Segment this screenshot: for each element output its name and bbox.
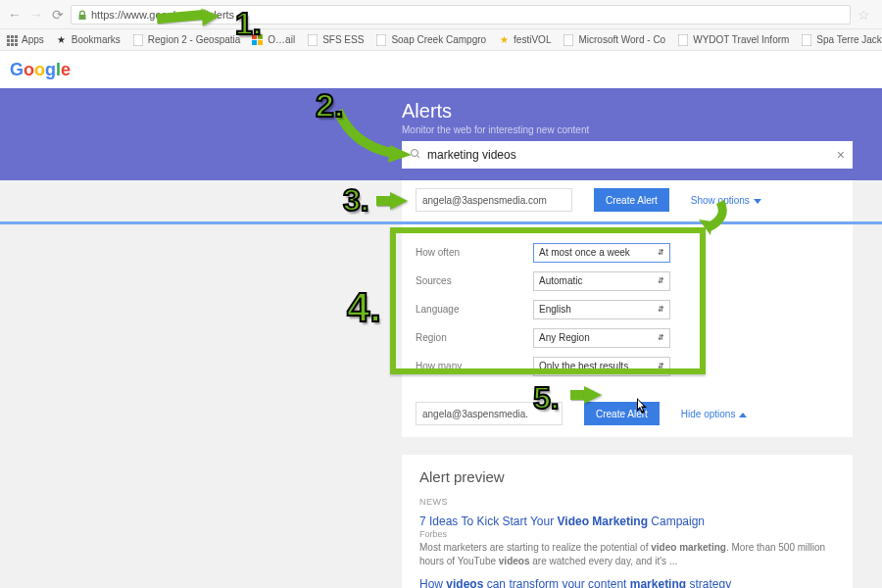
page-title: Alerts bbox=[402, 100, 853, 122]
bookmark-label: O…ail bbox=[268, 34, 295, 45]
bookmark-label: SFS ESS bbox=[322, 34, 364, 45]
chevron-up-icon bbox=[739, 413, 747, 417]
bookmark-item[interactable]: ★Bookmarks bbox=[50, 34, 126, 46]
bookmark-label: Soap Creek Campgro bbox=[391, 34, 486, 45]
bookmark-item[interactable]: Region 2 - Geospatia bbox=[126, 34, 247, 46]
email-field[interactable] bbox=[416, 188, 572, 212]
option-row: How manyOnly the best results⇵ bbox=[416, 352, 839, 380]
annotation-4: 4. bbox=[347, 284, 381, 331]
option-select[interactable]: Automatic⇵ bbox=[533, 271, 670, 291]
hero-banner: Alerts Monitor the web for interesting n… bbox=[0, 88, 882, 180]
preview-item-title[interactable]: 7 Ideas To Kick Start Your Video Marketi… bbox=[419, 514, 835, 528]
preview-item: How videos can transform your content ma… bbox=[419, 577, 835, 588]
header: Google bbox=[0, 51, 882, 88]
back-button[interactable]: ← bbox=[6, 6, 24, 24]
option-select[interactable]: English⇵ bbox=[533, 300, 670, 319]
bookmark-label: Region 2 - Geospatia bbox=[148, 34, 241, 45]
chevron-updown-icon: ⇵ bbox=[658, 362, 664, 370]
forward-button[interactable]: → bbox=[27, 6, 45, 24]
preview-item-body: Most marketers are starting to realize t… bbox=[419, 541, 835, 567]
bookmark-label: Bookmarks bbox=[72, 34, 121, 45]
bookmark-icon bbox=[563, 34, 574, 46]
option-value: At most once a week bbox=[539, 247, 630, 258]
bookmark-icon: ★ bbox=[56, 34, 68, 46]
option-select[interactable]: Only the best results⇵ bbox=[533, 357, 670, 376]
svg-rect-5 bbox=[15, 39, 18, 42]
svg-rect-12 bbox=[252, 40, 257, 45]
svg-rect-14 bbox=[308, 34, 318, 46]
clear-icon[interactable]: × bbox=[837, 147, 845, 163]
google-logo[interactable]: Google bbox=[10, 60, 71, 80]
option-value: Automatic bbox=[539, 275, 582, 286]
bookmark-item[interactable]: Microsoft Word - Co bbox=[557, 34, 671, 46]
browser-toolbar: ← → ⟳ https://www.google.com/alerts ☆ bbox=[0, 0, 882, 29]
svg-rect-3 bbox=[7, 39, 10, 42]
svg-rect-11 bbox=[258, 34, 263, 39]
option-label: Language bbox=[416, 304, 533, 315]
bookmark-icon bbox=[677, 34, 689, 46]
svg-point-20 bbox=[412, 149, 418, 156]
url-text: https://www.google.com/alerts bbox=[91, 9, 234, 21]
svg-rect-4 bbox=[11, 39, 14, 42]
bookmark-icon bbox=[375, 34, 387, 46]
option-row: RegionAny Region⇵ bbox=[416, 323, 839, 352]
svg-rect-18 bbox=[802, 34, 811, 46]
search-icon bbox=[410, 148, 421, 163]
option-row: SourcesAutomatic⇵ bbox=[416, 267, 839, 295]
bookmark-item[interactable]: Apps bbox=[0, 34, 50, 46]
create-alert-button-top[interactable]: Create Alert bbox=[594, 188, 669, 212]
bookmark-label: Spa Terre Jackson Ho bbox=[816, 34, 882, 45]
url-field[interactable]: https://www.google.com/alerts bbox=[71, 5, 851, 24]
create-row-top: Create Alert Show options bbox=[402, 180, 853, 221]
chevron-updown-icon: ⇵ bbox=[658, 333, 664, 342]
bookmarks-bar: Apps★BookmarksRegion 2 - GeospatiaO…ailS… bbox=[0, 29, 882, 51]
options-panel: How oftenAt most once a week⇵SourcesAuto… bbox=[402, 224, 853, 394]
bookmark-icon bbox=[132, 34, 144, 46]
chevron-updown-icon: ⇵ bbox=[658, 276, 664, 285]
bookmark-item[interactable]: SFS ESS bbox=[301, 34, 369, 46]
svg-rect-16 bbox=[564, 34, 573, 46]
svg-rect-8 bbox=[15, 43, 18, 46]
svg-rect-9 bbox=[133, 34, 143, 46]
bookmark-icon bbox=[6, 34, 18, 46]
bookmark-label: festiVOL bbox=[514, 34, 551, 45]
preview-item-source: Forbes bbox=[419, 529, 835, 539]
option-select[interactable]: At most once a week⇵ bbox=[533, 243, 670, 263]
bookmark-item[interactable]: O…ail bbox=[246, 34, 301, 46]
preview-item: 7 Ideas To Kick Start Your Video Marketi… bbox=[419, 514, 835, 567]
reload-button[interactable]: ⟳ bbox=[49, 6, 67, 24]
bookmark-label: WYDOT Travel Inform bbox=[693, 34, 789, 45]
chevron-down-icon bbox=[754, 199, 761, 204]
page-subtitle: Monitor the web for interesting new cont… bbox=[402, 124, 853, 135]
svg-rect-0 bbox=[7, 35, 10, 38]
bookmark-item[interactable]: Spa Terre Jackson Ho bbox=[795, 34, 882, 46]
email-field-bottom[interactable] bbox=[416, 402, 563, 425]
svg-rect-2 bbox=[15, 35, 18, 38]
bookmark-icon bbox=[252, 34, 264, 46]
show-options-link[interactable]: Show options bbox=[691, 195, 761, 206]
hide-options-link[interactable]: Hide options bbox=[681, 409, 748, 419]
bookmark-icon bbox=[801, 34, 812, 46]
svg-rect-10 bbox=[252, 34, 257, 39]
option-label: How often bbox=[416, 247, 533, 258]
alert-search[interactable]: marketing videos × bbox=[402, 141, 853, 169]
chevron-updown-icon: ⇵ bbox=[658, 248, 664, 257]
preview-item-title[interactable]: How videos can transform your content ma… bbox=[419, 577, 835, 588]
bookmark-item[interactable]: ★festiVOL bbox=[492, 34, 557, 46]
option-select[interactable]: Any Region⇵ bbox=[533, 328, 670, 348]
option-value: Only the best results bbox=[539, 361, 628, 371]
svg-rect-17 bbox=[678, 34, 688, 46]
option-label: How many bbox=[416, 361, 533, 371]
svg-rect-15 bbox=[376, 34, 386, 46]
create-row-bottom: Create Alert Hide options bbox=[402, 394, 853, 437]
option-row: LanguageEnglish⇵ bbox=[416, 295, 839, 323]
svg-rect-1 bbox=[11, 35, 14, 38]
bookmark-icon bbox=[307, 34, 318, 46]
preview-section: NEWS bbox=[419, 497, 835, 507]
bookmark-item[interactable]: Soap Creek Campgro bbox=[369, 34, 492, 46]
bookmark-item[interactable]: WYDOT Travel Inform bbox=[671, 34, 795, 46]
option-value: Any Region bbox=[539, 332, 590, 343]
favorite-button[interactable]: ☆ bbox=[855, 6, 872, 24]
svg-line-21 bbox=[417, 155, 420, 158]
bookmark-label: Apps bbox=[22, 34, 44, 45]
